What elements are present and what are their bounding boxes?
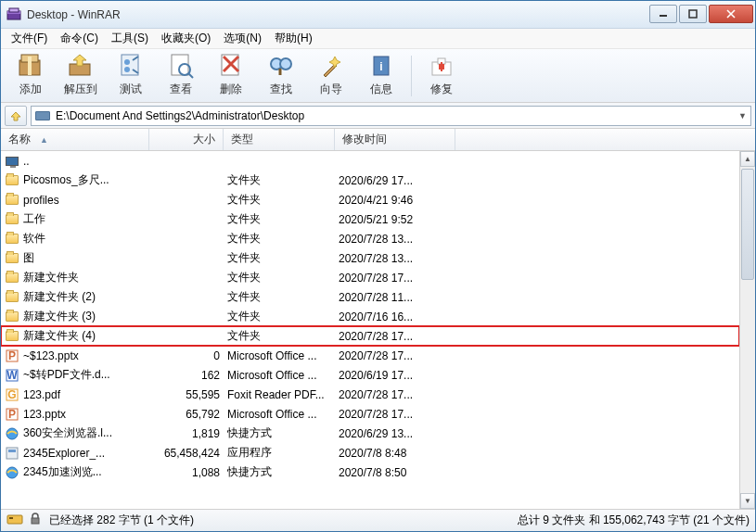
row-type: 快捷方式 — [227, 464, 339, 480]
row-name: 新建文件夹 (4) — [23, 328, 153, 344]
col-date[interactable]: 修改时间 — [335, 129, 455, 150]
file-row[interactable]: W~$转PDF文件.d...162Microsoft Office ...202… — [1, 365, 739, 385]
row-name: 新建文件夹 — [23, 270, 153, 285]
row-type: 文件夹 — [227, 192, 339, 208]
row-icon — [5, 465, 19, 480]
row-name: 360安全浏览器.l... — [23, 425, 153, 441]
menu-options[interactable]: 选项(N) — [217, 28, 268, 49]
row-date: 2020/5/21 9:52 — [339, 213, 468, 226]
row-icon — [5, 154, 19, 169]
row-name: Picosmos_多尺... — [23, 172, 153, 188]
row-name: ~$转PDF文件.d... — [23, 367, 153, 383]
add-button[interactable]: 添加 — [6, 52, 55, 100]
file-row[interactable]: 新建文件夹 (4)文件夹2020/7/28 17... — [1, 326, 739, 346]
menu-bar: 文件(F) 命令(C) 工具(S) 收藏夹(O) 选项(N) 帮助(H) — [1, 29, 755, 49]
svg-text:W: W — [6, 369, 18, 382]
file-row[interactable]: 新建文件夹 (2)文件夹2020/7/28 11... — [1, 287, 739, 307]
svg-rect-28 — [441, 62, 442, 71]
menu-help[interactable]: 帮助(H) — [268, 28, 319, 49]
title-bar[interactable]: Desktop - WinRAR — [1, 1, 755, 29]
col-type[interactable]: 类型 — [224, 129, 335, 150]
row-name: 2345Explorer_... — [23, 447, 153, 460]
row-icon: W — [5, 368, 19, 383]
row-date: 2020/7/8 8:50 — [339, 466, 468, 479]
svg-rect-38 — [6, 448, 18, 459]
repair-button[interactable]: 修复 — [417, 52, 466, 100]
row-type: 文件夹 — [227, 270, 339, 285]
row-size: 65,792 — [153, 408, 227, 421]
toolbar-separator — [411, 56, 412, 96]
test-button[interactable]: 测试 — [107, 52, 155, 100]
file-row[interactable]: 工作文件夹2020/5/21 9:52 — [1, 209, 739, 229]
scroll-thumb[interactable] — [741, 169, 754, 280]
row-date: 2020/7/28 17... — [339, 330, 468, 343]
file-row[interactable]: .. — [1, 151, 739, 171]
close-button[interactable] — [709, 5, 753, 23]
svg-point-13 — [124, 67, 130, 72]
dropdown-icon[interactable]: ▼ — [738, 111, 747, 120]
row-type: 快捷方式 — [227, 425, 339, 441]
view-icon — [166, 51, 196, 81]
address-input[interactable] — [56, 109, 733, 122]
menu-file[interactable]: 文件(F) — [5, 28, 54, 49]
row-icon — [5, 290, 19, 305]
row-date: 2020/7/28 13... — [339, 233, 468, 246]
col-size[interactable]: 大小 — [149, 129, 224, 150]
svg-text:G: G — [7, 388, 16, 401]
row-date: 2020/7/28 13... — [339, 252, 468, 265]
file-list[interactable]: ..Picosmos_多尺...文件夹2020/6/29 17...profil… — [1, 151, 739, 509]
file-row[interactable]: 软件文件夹2020/7/28 13... — [1, 229, 739, 248]
file-row[interactable]: P~$123.pptx0Microsoft Office ...2020/7/2… — [1, 346, 739, 365]
file-row[interactable]: 2345加速浏览...1,088快捷方式2020/7/8 8:50 — [1, 462, 739, 482]
address-bar: ▼ — [1, 103, 755, 129]
row-type: Microsoft Office ... — [227, 408, 339, 421]
maximize-button[interactable] — [679, 5, 707, 23]
row-icon: P — [5, 348, 19, 363]
menu-tools[interactable]: 工具(S) — [105, 28, 155, 49]
menu-favorites[interactable]: 收藏夹(O) — [155, 28, 217, 49]
row-date: 2020/7/28 17... — [339, 349, 468, 362]
file-row[interactable]: 图文件夹2020/7/28 13... — [1, 248, 739, 268]
find-button[interactable]: 查找 — [257, 52, 305, 100]
toolbar: 添加 解压到 测试 查看 删除 查找 向导 i信息 修复 — [1, 49, 755, 103]
extract-button[interactable]: 解压到 — [57, 52, 105, 100]
svg-point-12 — [124, 59, 130, 65]
row-name: 图 — [23, 250, 153, 266]
row-date: 2020/7/28 17... — [339, 408, 468, 421]
file-row[interactable]: Picosmos_多尺...文件夹2020/6/29 17... — [1, 171, 739, 190]
test-icon — [116, 51, 146, 81]
row-date: 2020/7/28 17... — [339, 272, 468, 285]
info-button[interactable]: i信息 — [357, 52, 405, 100]
row-name: 2345加速浏览... — [23, 464, 153, 480]
scroll-track[interactable] — [740, 167, 755, 493]
scroll-up-button[interactable]: ▲ — [740, 151, 755, 167]
minimize-button[interactable] — [649, 5, 677, 23]
row-type: Microsoft Office ... — [227, 369, 339, 382]
row-type: 文件夹 — [227, 309, 339, 324]
row-date: 2020/4/21 9:46 — [339, 194, 468, 207]
row-date: 2020/6/19 17... — [339, 369, 468, 382]
sort-asc-icon: ▲ — [40, 135, 48, 145]
file-row[interactable]: P123.pptx65,792Microsoft Office ...2020/… — [1, 404, 739, 424]
row-icon — [5, 329, 19, 344]
file-row[interactable]: 新建文件夹 (3)文件夹2020/7/16 16... — [1, 307, 739, 326]
delete-button[interactable]: 删除 — [207, 52, 255, 100]
view-button[interactable]: 查看 — [157, 52, 205, 100]
address-box[interactable]: ▼ — [31, 106, 751, 126]
col-name[interactable]: 名称▲ — [1, 129, 149, 150]
file-row[interactable]: G123.pdf55,595Foxit Reader PDF...2020/7/… — [1, 385, 739, 404]
wizard-button[interactable]: 向导 — [307, 52, 355, 100]
file-row[interactable]: 360安全浏览器.l...1,819快捷方式2020/6/29 13... — [1, 424, 739, 443]
row-icon: P — [5, 407, 19, 422]
menu-commands[interactable]: 命令(C) — [54, 28, 105, 49]
row-size: 55,595 — [153, 388, 227, 401]
file-row[interactable]: profiles文件夹2020/4/21 9:46 — [1, 190, 739, 209]
row-type: Foxit Reader PDF... — [227, 388, 339, 401]
row-date: 2020/7/28 17... — [339, 388, 468, 401]
file-row[interactable]: 2345Explorer_...65,458,424应用程序2020/7/8 8… — [1, 443, 739, 462]
vertical-scrollbar[interactable]: ▲ ▼ — [739, 151, 755, 509]
up-button[interactable] — [5, 106, 27, 126]
row-icon: G — [5, 387, 19, 402]
file-row[interactable]: 新建文件夹文件夹2020/7/28 17... — [1, 268, 739, 287]
scroll-down-button[interactable]: ▼ — [740, 493, 755, 509]
